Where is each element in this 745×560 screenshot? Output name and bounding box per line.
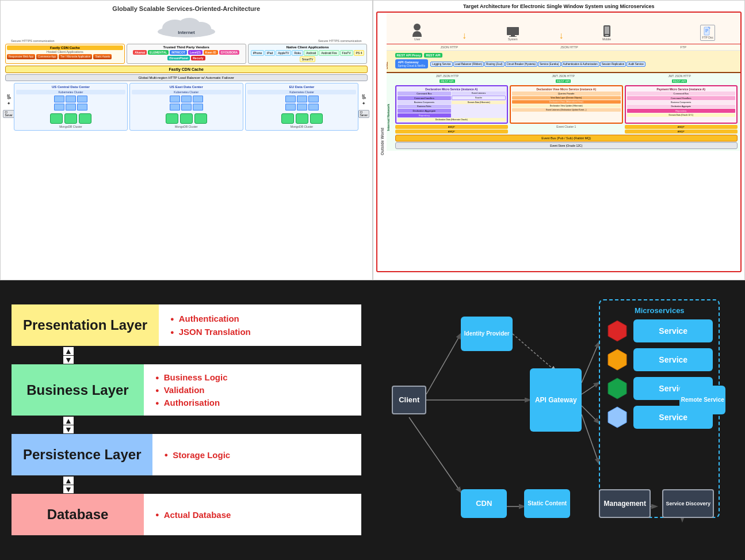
database-layer-label: Database <box>47 506 109 523</box>
m1-cmd-bus: Command Bus <box>398 92 452 96</box>
business-item-1: ● Business Logic <box>155 372 228 382</box>
dc1-server4 <box>54 104 64 111</box>
presentation-item-1: ● Authentication <box>170 314 251 323</box>
ftp-doc-group: FTP Doc <box>700 25 715 41</box>
m3-cmd-handlers: Command Handlers <box>627 96 736 100</box>
m1-ecache: Ecache <box>452 96 506 100</box>
https-label-1: Secure HTTPS communication <box>11 39 55 43</box>
app-responsive: Responsive Web App <box>7 54 35 59</box>
json-http-label-1: JSON HTTP <box>440 45 458 49</box>
top-right-title: Target Architecture for Electronic Singl… <box>376 3 742 9</box>
person-icon <box>411 23 423 37</box>
svc-routing: Routing (Zuul) <box>484 62 505 67</box>
dc2-db1 <box>166 113 178 124</box>
dmz-label: DMZ <box>387 62 388 69</box>
top-left-panel: Globally Scalable Services-Oriented-Arch… <box>0 0 373 280</box>
dc1-db2 <box>64 113 77 124</box>
m3-cmd-bus: Command Bus <box>627 92 736 96</box>
presentation-item-2: ● JSON Translation <box>170 327 251 337</box>
person-icon-group: User <box>411 23 423 41</box>
top-left-title: Globally Scalable Services-Oriented-Arch… <box>5 5 368 12</box>
cdn-bottom-label: CDN <box>476 499 492 508</box>
svg-rect-11 <box>605 26 609 34</box>
dc2-server1 <box>170 96 180 102</box>
mobile-icon <box>603 25 611 37</box>
internet-cloud-row: Internet <box>5 16 368 37</box>
svg-rect-7 <box>511 35 515 36</box>
git-label-2: ✦ git <box>361 94 366 105</box>
svg-rect-8 <box>509 36 517 37</box>
document-icon <box>704 26 712 36</box>
persistence-item-1: ● Storage Logic <box>164 450 230 460</box>
ms-title: Microservices <box>606 306 713 315</box>
m3-business: Business Components <box>627 101 736 104</box>
dc2-server3 <box>193 96 203 102</box>
dc3-db2 <box>296 113 308 124</box>
hex-green <box>606 377 629 400</box>
svc-session: Session Replication <box>600 62 626 67</box>
static-content-box: Static Content <box>524 489 570 518</box>
app-android: Android <box>304 50 318 56</box>
client-box: Client <box>392 386 426 414</box>
api-gateway-dmz: API GatewaySpring Cloud & Netflix <box>395 59 429 68</box>
svc-circuit: Circuit Breaker (Hysteria) <box>505 62 538 67</box>
m3-aggregate: Declaration Aggregate <box>627 105 736 108</box>
business-item-3: ● Authorisation <box>155 398 228 407</box>
amqp-2: AMQP <box>395 129 509 134</box>
vendor-keenio: Keen IO <box>204 50 218 55</box>
client-label: Client <box>399 395 419 404</box>
dc2-server5 <box>181 104 192 111</box>
dc1-db1 <box>50 113 63 124</box>
vendor-gyoubora: GYOUBORA <box>219 50 239 55</box>
app-smarttv: SmartTV <box>300 56 316 62</box>
dc1-title: US Central Data Center <box>16 85 125 89</box>
vendor-level3: Level(3) <box>188 50 203 55</box>
dc2-server2 <box>181 96 192 102</box>
svc-discovery: Service (Eureka) <box>538 62 561 67</box>
micro3-title: Payment Micro Service (instance A) <box>627 87 736 91</box>
top-right-panel: Target Architecture for Electronic Singl… <box>373 0 746 280</box>
bottom-left-panel: Presentation Layer ● Authentication ● JS… <box>0 280 373 561</box>
m2-event-listeners: Event Listeners (Declaration Update Even… <box>512 108 621 112</box>
svg-line-17 <box>426 334 461 394</box>
arrow-down-2: ↓ <box>559 31 564 41</box>
svc-loadbalancer: Load Balancer (Ribbon) <box>453 62 484 67</box>
jwt-label-1: JWT JSON HTTP <box>436 74 459 78</box>
app-firetv: FireTV <box>340 50 353 56</box>
rest-api-proxy: REST API Proxy <box>395 53 423 58</box>
dc3-server3 <box>308 96 319 102</box>
remote-service-box: Remote Service <box>679 386 725 414</box>
amqp-1: AMQP <box>395 125 509 129</box>
computer-icon-group: System <box>506 26 520 41</box>
dc2-server6 <box>193 104 203 111</box>
ftp-label: FTP <box>681 45 686 49</box>
service-discovery-label: Service Discovery <box>666 501 710 506</box>
service-row-2: Service <box>606 348 713 371</box>
dc2-db2 <box>180 113 193 124</box>
business-item-2: ● Validation <box>155 385 228 395</box>
app-ipad: iPad <box>265 50 275 56</box>
management-label: Management <box>604 500 646 508</box>
amqp-4: AMQP <box>625 129 738 134</box>
hex-orange <box>606 348 629 371</box>
micro2-title: Declaration View Micro Service (instance… <box>512 87 621 91</box>
arrow-down-1: ↓ <box>462 31 467 41</box>
service-row-1: Service <box>606 319 713 342</box>
presentation-layer-label: Presentation Layer <box>23 317 147 333</box>
svg-line-20 <box>582 342 599 383</box>
dc3-server5 <box>297 104 307 111</box>
svg-point-5 <box>414 24 421 31</box>
api-gateway-label: API Gateway <box>535 396 577 404</box>
service-btn-1: Service <box>633 319 713 342</box>
json-http-label-2: JSON HTTP <box>560 45 578 49</box>
svg-marker-30 <box>608 349 626 370</box>
internal-network-label: Internal Network <box>387 104 390 131</box>
cdn-bottom-box: CDN <box>461 489 507 518</box>
hex-red <box>606 319 629 342</box>
amqp-3: AMQP <box>625 125 738 129</box>
dc1-server5 <box>66 104 76 111</box>
app-tier: Tier / Microsite Application <box>59 54 92 59</box>
vendors-title: Trusted Third Party Vendors <box>128 45 244 49</box>
database-item-1: ● Actual Database <box>155 510 231 520</box>
m2-view-data-layer: View Data Layer (Domain Objects) <box>512 96 621 100</box>
